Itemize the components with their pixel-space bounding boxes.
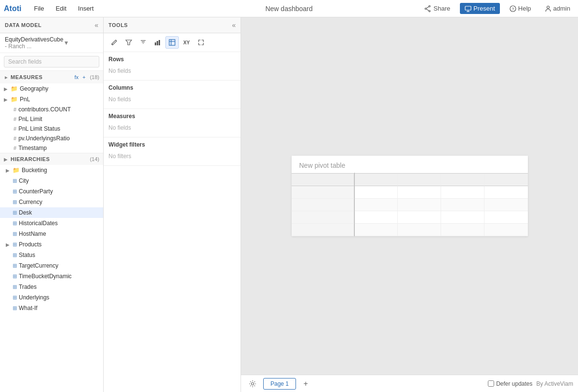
measures-zone: Measures No fields bbox=[104, 109, 241, 137]
hash-icon: # bbox=[13, 145, 16, 151]
hier-item-trades[interactable]: ▶ ⊞ Trades bbox=[0, 282, 103, 292]
present-button[interactable]: Present bbox=[460, 3, 500, 14]
hier-item-hostname[interactable]: ▶ ⊞ HostName bbox=[0, 229, 103, 239]
svg-rect-17 bbox=[155, 42, 156, 45]
pivot-cell bbox=[354, 211, 398, 224]
counterparty-hier-icon: ⊞ bbox=[13, 189, 17, 195]
pivot-cell bbox=[398, 211, 441, 224]
monitor-icon bbox=[465, 5, 471, 12]
measures-group-geography-header[interactable]: ▶ 📁 Geography bbox=[0, 83, 103, 94]
help-icon: ? bbox=[510, 5, 516, 12]
svg-text:?: ? bbox=[511, 7, 514, 12]
measures-header[interactable]: ► MEASURES fx + (18) bbox=[0, 71, 103, 83]
page-1-tab[interactable]: Page 1 bbox=[263, 378, 296, 390]
help-button[interactable]: ? Help bbox=[506, 3, 535, 14]
measure-item-contributors[interactable]: # contributors.COUNT bbox=[0, 105, 103, 114]
hier-item-status[interactable]: ▶ ⊞ Status bbox=[0, 250, 103, 260]
measure-item-pv-underlyings[interactable]: # pv.UnderlyingsRatio bbox=[0, 134, 103, 143]
measure-item-timestamp[interactable]: # Timestamp bbox=[0, 143, 103, 153]
edit-icon bbox=[111, 39, 118, 46]
main-layout: DATA MODEL « EquityDerivativesCube - Ran… bbox=[0, 17, 578, 392]
menu-file[interactable]: File bbox=[29, 3, 49, 14]
targetcurrency-hier-icon: ⊞ bbox=[13, 263, 17, 269]
hier-item-products[interactable]: ▶ ⊞ Products bbox=[0, 239, 103, 250]
hier-item-historicaldates[interactable]: ▶ ⊞ HistoricalDates bbox=[0, 218, 103, 229]
tool-xy-button[interactable]: XY bbox=[180, 36, 193, 49]
hier-item-desk[interactable]: ▶ ⊞ Desk bbox=[0, 207, 103, 218]
pivot-cell bbox=[292, 224, 354, 236]
historicaldates-hier-icon: ⊞ bbox=[13, 220, 17, 227]
defer-updates-checkbox[interactable] bbox=[488, 380, 494, 387]
add-page-button[interactable]: + bbox=[300, 378, 311, 390]
hier-item-whatif[interactable]: ▶ ⊞ What-If bbox=[0, 303, 103, 313]
hierarchies-count: (14) bbox=[90, 156, 99, 162]
pivot-title: New pivot table bbox=[292, 156, 528, 173]
pivot-cell bbox=[292, 211, 354, 224]
measures-label: MEASURES bbox=[11, 74, 73, 80]
measures-group-pnl: ▶ 📁 PnL bbox=[0, 94, 103, 105]
measures-zone-label: Measures bbox=[108, 113, 236, 120]
measure-item-pnl-limit-status[interactable]: # PnL Limit Status bbox=[0, 124, 103, 134]
search-input[interactable] bbox=[4, 56, 99, 68]
measures-group-geography: ▶ 📁 Geography bbox=[0, 83, 103, 94]
tools-panel: TOOLS « XY bbox=[104, 17, 241, 392]
bar-chart-icon bbox=[154, 39, 161, 46]
hier-item-bucketing[interactable]: ▶ 📁 Bucketing bbox=[0, 165, 103, 176]
measure-item-pnl-limit[interactable]: # PnL Limit bbox=[0, 114, 103, 124]
hash-icon: # bbox=[13, 135, 16, 141]
timebucket-hier-icon: ⊞ bbox=[13, 273, 17, 280]
columns-empty: No fields bbox=[108, 94, 236, 105]
settings-icon bbox=[249, 380, 256, 388]
hier-item-counterparty[interactable]: ▶ ⊞ CounterParty bbox=[0, 186, 103, 197]
pivot-cell bbox=[441, 224, 484, 236]
pnl-label: PnL bbox=[20, 96, 30, 103]
cube-chevron-icon: ▼ bbox=[63, 40, 98, 46]
pivot-cell bbox=[484, 199, 528, 211]
data-model-collapse[interactable]: « bbox=[94, 21, 98, 29]
tool-expand-button[interactable] bbox=[194, 36, 208, 49]
hostname-hier-icon: ⊞ bbox=[13, 231, 17, 237]
pnl-arrow-icon: ▶ bbox=[4, 97, 10, 102]
pivot-cell bbox=[441, 211, 484, 224]
underlyings-hier-icon: ⊞ bbox=[13, 295, 17, 301]
tools-collapse[interactable]: « bbox=[232, 21, 236, 29]
hier-item-timebucketdynamic[interactable]: ▶ ⊞ TimeBucketDynamic bbox=[0, 271, 103, 282]
share-button[interactable]: Share bbox=[421, 3, 454, 14]
svg-line-3 bbox=[427, 6, 429, 8]
tool-filter-alt-button[interactable] bbox=[136, 36, 150, 49]
tools-header: TOOLS « bbox=[104, 17, 241, 33]
pivot-cell bbox=[441, 199, 484, 211]
fx-button[interactable]: fx bbox=[73, 74, 80, 81]
tool-bar-chart-button[interactable] bbox=[151, 36, 164, 49]
tool-filter-button[interactable] bbox=[122, 36, 135, 49]
defer-updates-label: Defer updates bbox=[488, 380, 532, 387]
filter-icon bbox=[125, 39, 132, 46]
search-box bbox=[0, 53, 103, 71]
measures-count: (18) bbox=[90, 74, 99, 80]
hier-item-targetcurrency[interactable]: ▶ ⊞ TargetCurrency bbox=[0, 260, 103, 271]
pivot-table: New pivot table bbox=[292, 156, 528, 236]
tool-table-button[interactable] bbox=[165, 36, 179, 49]
plus-button[interactable]: + bbox=[81, 74, 87, 81]
hier-item-city[interactable]: ▶ ⊞ City bbox=[0, 176, 103, 186]
status-hier-icon: ⊞ bbox=[13, 252, 17, 258]
tool-edit-button[interactable] bbox=[108, 36, 121, 49]
hier-item-currency[interactable]: ▶ ⊞ Currency bbox=[0, 197, 103, 207]
canvas-footer: Page 1 + Defer updates By ActiveViam bbox=[241, 375, 578, 392]
whatif-hier-icon: ⊞ bbox=[13, 305, 17, 311]
folder-icon: 📁 bbox=[11, 85, 18, 92]
measures-group-pnl-header[interactable]: ▶ 📁 PnL bbox=[0, 94, 103, 105]
city-hier-icon: ⊞ bbox=[13, 178, 17, 184]
pivot-cell bbox=[441, 186, 484, 199]
menu-insert[interactable]: Insert bbox=[73, 3, 99, 14]
canvas-panel: New pivot table bbox=[241, 17, 578, 392]
hier-item-underlyings[interactable]: ▶ ⊞ Underlyings bbox=[0, 292, 103, 303]
cube-selector[interactable]: EquityDerivativesCube - Ranch ... ▼ bbox=[0, 33, 103, 53]
svg-rect-18 bbox=[157, 41, 158, 45]
desk-hier-icon: ⊞ bbox=[13, 210, 17, 216]
user-menu[interactable]: admin bbox=[541, 3, 574, 14]
svg-point-0 bbox=[429, 5, 430, 7]
hierarchies-header[interactable]: ▶ HIERARCHIES (14) bbox=[0, 153, 103, 165]
page-settings-button[interactable] bbox=[246, 378, 259, 390]
menu-edit[interactable]: Edit bbox=[51, 3, 71, 14]
